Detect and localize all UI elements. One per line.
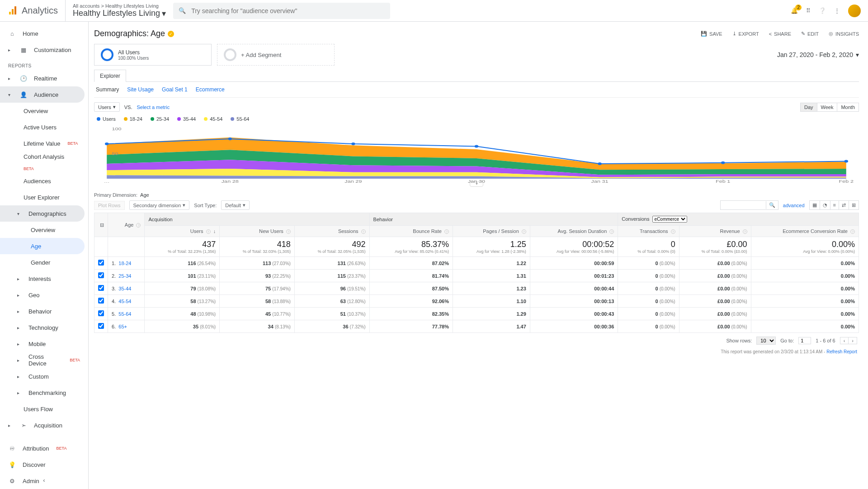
nav-users-flow[interactable]: Users Flow [0,401,88,417]
collapse-sidebar-button[interactable]: ‹ [43,477,45,484]
subtab-site-usage[interactable]: Site Usage [127,86,154,93]
gear-icon: ⚙ [8,478,16,484]
plot-rows-button: Plot Rows [94,201,125,210]
collapse-all-icon[interactable]: ⊟ [100,222,104,228]
analytics-logo-icon [7,5,18,16]
time-week[interactable]: Week [817,103,838,111]
export-button[interactable]: ⤓EXPORT [732,31,759,37]
col-header[interactable]: Revenue ? [679,226,751,237]
add-segment-button[interactable]: + Add Segment [217,44,335,66]
row-checkbox[interactable] [98,298,104,304]
refresh-report-link[interactable]: Refresh Report [826,349,857,354]
col-header[interactable]: Transactions ? [618,226,679,237]
nav-lifetime-value[interactable]: Lifetime ValueBETA [0,135,88,152]
nav-audience[interactable]: ▾👤Audience [0,86,85,103]
nav-demo-age[interactable]: Age [0,238,85,254]
nav-custom[interactable]: ▸Custom [0,368,88,385]
help-icon[interactable]: ❔ [819,7,826,14]
nav-behavior[interactable]: ▸Behavior [0,303,88,319]
dimension-link[interactable]: 65+ [118,324,127,329]
search-bar[interactable]: 🔍 [173,3,390,19]
view-bar-icon[interactable]: ≡ [830,201,839,209]
search-input[interactable] [191,7,385,14]
subtab-summary[interactable]: Summary [96,86,119,93]
table-search[interactable]: 🔍 [720,200,778,210]
account-selector[interactable]: All accounts > Healthy Lifestyles Living… [65,0,166,21]
nav-cohort-analysis[interactable]: Cohort AnalysisBETA [0,152,88,173]
nav-interests[interactable]: ▸Interests [0,271,88,287]
nav-attribution[interactable]: ♾AttributionBETA [0,440,88,456]
edit-button[interactable]: ✎EDIT [801,31,819,37]
nav-geo[interactable]: ▸Geo [0,287,88,303]
nav-home[interactable]: ⌂Home [0,25,88,42]
col-header[interactable]: Users ? ↓ [145,226,220,237]
view-pivot-icon[interactable]: ⊞ [849,201,859,209]
secondary-dimension-dropdown[interactable]: Secondary dimension▾ [129,200,190,210]
col-header[interactable]: New Users ? [220,226,295,237]
col-header[interactable]: Sessions ? [294,226,369,237]
attribution-icon: ♾ [8,445,16,452]
notifications-button[interactable]: 🔔 2 [791,7,798,14]
segment-all-users[interactable]: All Users100.00% Users [94,44,212,66]
tab-explorer[interactable]: Explorer [94,70,126,82]
insights-button[interactable]: ◎INSIGHTS [829,31,859,37]
share-button[interactable]: <SHARE [769,31,791,37]
prev-page-button[interactable]: ‹ [840,337,849,344]
goto-input[interactable] [798,337,811,344]
legend-item: 45-54 [204,116,222,122]
conversion-type-select[interactable]: eCommerce [652,216,687,223]
view-table-icon[interactable]: ▦ [810,201,820,209]
select-metric-link[interactable]: Select a metric [137,104,170,110]
nav-benchmarking[interactable]: ▸Benchmarking [0,385,88,401]
save-button[interactable]: 💾SAVE [701,31,722,37]
dimension-link[interactable]: 55-64 [118,311,131,317]
svg-rect-2 [14,6,16,14]
show-rows-select[interactable]: 10 [756,337,776,345]
nav-audience-overview[interactable]: Overview [0,103,88,119]
more-icon[interactable]: ⋮ [834,7,840,14]
view-pie-icon[interactable]: ◔ [820,201,830,209]
view-comparison-icon[interactable]: ⇄ [839,201,849,209]
nav-user-explorer[interactable]: User Explorer [0,189,88,205]
nav-discover[interactable]: 💡Discover [0,456,88,473]
col-header[interactable]: Pages / Session ? [453,226,530,237]
nav-realtime[interactable]: ▸🕑Realtime [0,70,88,86]
apps-icon[interactable]: ⠿ [806,7,811,14]
dimension-link[interactable]: 35-44 [118,286,131,291]
nav-audiences[interactable]: Audiences [0,173,88,189]
row-checkbox[interactable] [98,260,104,266]
row-checkbox[interactable] [98,323,104,329]
next-page-button[interactable]: › [849,337,857,344]
advanced-link[interactable]: advanced [783,203,805,208]
nav-active-users[interactable]: Active Users [0,119,88,135]
nav-cross-device[interactable]: ▸Cross DeviceBETA [0,352,88,368]
table-search-input[interactable] [721,201,766,209]
nav-demographics[interactable]: ▾Demographics [0,205,85,222]
row-checkbox[interactable] [98,285,104,291]
nav-mobile[interactable]: ▸Mobile [0,336,88,352]
search-icon[interactable]: 🔍 [766,201,778,209]
col-header[interactable]: Bounce Rate ? [369,226,453,237]
dimension-link[interactable]: 25-34 [118,273,131,279]
sort-type-dropdown[interactable]: Default▾ [221,200,250,210]
nav-customization[interactable]: ▸▦Customization [0,42,88,58]
col-header[interactable]: Avg. Session Duration ? [530,226,618,237]
date-range-picker[interactable]: Jan 27, 2020 - Feb 2, 2020▾ [777,51,859,58]
nav-acquisition[interactable]: ▸➣Acquisition [0,417,88,433]
time-day[interactable]: Day [801,103,817,111]
dimension-link[interactable]: 18-24 [118,261,131,266]
col-header[interactable]: Ecommerce Conversion Rate ? [751,226,859,237]
row-checkbox[interactable] [98,310,104,316]
nav-demo-overview[interactable]: Overview [0,222,88,238]
subtab-ecommerce[interactable]: Ecommerce [196,86,225,93]
logo[interactable]: Analytics [7,5,58,16]
metric-dropdown[interactable]: Users▾ [94,102,120,112]
nav-technology[interactable]: ▸Technology [0,319,88,336]
subtab-goal1[interactable]: Goal Set 1 [162,86,188,93]
row-checkbox[interactable] [98,272,104,278]
user-avatar[interactable] [848,5,861,17]
dimension-link[interactable]: 45-54 [118,299,131,304]
time-month[interactable]: Month [837,103,859,111]
nav-demo-gender[interactable]: Gender [0,254,88,271]
vs-label: VS. [124,104,132,110]
